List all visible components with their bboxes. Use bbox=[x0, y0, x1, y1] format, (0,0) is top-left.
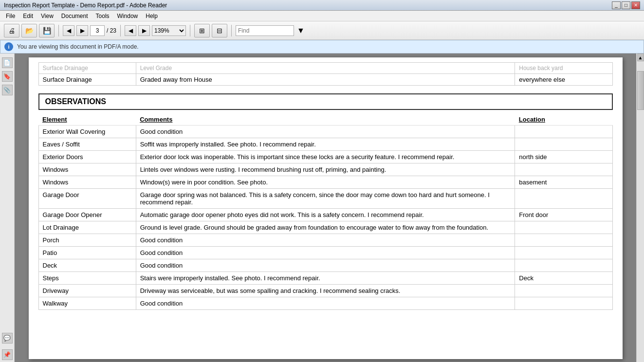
col-header-location: Location bbox=[515, 114, 612, 126]
obs-element-1: Eaves / Soffit bbox=[38, 138, 136, 151]
scroll-thumb[interactable] bbox=[637, 71, 644, 110]
menu-bar: File Edit View Document Tools Window Hel… bbox=[0, 11, 644, 21]
separator-1 bbox=[58, 25, 59, 36]
menu-tools[interactable]: Tools bbox=[92, 12, 113, 20]
obs-comment-3: Lintels over windows were rusting. I rec… bbox=[136, 163, 515, 176]
table-row: Garage Door OpenerAutomatic garage door … bbox=[38, 209, 612, 221]
table-row: WindowsWindow(s) were in poor condition.… bbox=[38, 176, 612, 189]
obs-element-8: Porch bbox=[38, 234, 136, 247]
summary-location-1: everywhere else bbox=[515, 74, 612, 86]
table-row: Exterior Wall CoveringGood condition bbox=[38, 126, 612, 138]
menu-window[interactable]: Window bbox=[113, 12, 142, 20]
find-input[interactable] bbox=[236, 25, 294, 36]
info-message: You are viewing this document in PDF/A m… bbox=[17, 43, 139, 50]
fit-page-button[interactable]: ⊞ bbox=[194, 24, 210, 37]
fit-width-button[interactable]: ⊟ bbox=[212, 24, 227, 37]
obs-comment-8: Good condition bbox=[136, 234, 515, 247]
open-button[interactable]: 📂 bbox=[21, 24, 37, 37]
table-row: PatioGood condition bbox=[38, 247, 612, 259]
scrollbar[interactable]: ▲ bbox=[636, 54, 644, 362]
info-icon: i bbox=[4, 42, 13, 51]
observations-header: OBSERVATIONS bbox=[38, 93, 613, 110]
main-area: 📄 🔖 📎 💬 📌 Surface Drainage Level Grade H… bbox=[0, 54, 644, 362]
table-row: WindowsLintels over windows were rusting… bbox=[38, 163, 612, 176]
close-button[interactable]: ✕ bbox=[631, 1, 640, 9]
obs-comment-12: Driveway was serviceable, but was some s… bbox=[136, 285, 515, 297]
separator-3 bbox=[190, 25, 190, 36]
page-nav: 3 / 23 bbox=[90, 25, 116, 36]
obs-comment-10: Good condition bbox=[136, 259, 515, 272]
sidebar-icon-attach[interactable]: 📎 bbox=[2, 85, 13, 95]
obs-element-0: Exterior Wall Covering bbox=[38, 126, 136, 138]
summary-element-faded: Surface Drainage bbox=[38, 63, 136, 74]
obs-comment-11: Stairs were improperly installed. See ph… bbox=[136, 272, 515, 285]
find-dropdown-icon[interactable]: ▼ bbox=[296, 25, 306, 36]
sidebar-icon-page[interactable]: 📄 bbox=[2, 57, 13, 68]
obs-location-10 bbox=[515, 259, 612, 272]
page-number-input[interactable]: 3 bbox=[90, 25, 105, 36]
summary-rating-faded: Level Grade bbox=[136, 63, 515, 74]
obs-location-5 bbox=[515, 189, 612, 209]
title-bar: Inspection Report Template - Demo Report… bbox=[0, 0, 644, 11]
obs-element-10: Deck bbox=[38, 259, 136, 272]
obs-element-4: Windows bbox=[38, 176, 136, 189]
table-row: Surface Drainage Graded away from House … bbox=[38, 74, 612, 86]
obs-element-13: Walkway bbox=[38, 297, 136, 310]
separator-4 bbox=[231, 25, 232, 36]
obs-comment-2: Exterior door lock was inoperable. This … bbox=[136, 151, 515, 163]
table-row: DeckGood condition bbox=[38, 259, 612, 272]
obs-location-4: basement bbox=[515, 176, 612, 189]
table-row: Surface Drainage Level Grade House back … bbox=[38, 63, 612, 74]
menu-edit[interactable]: Edit bbox=[19, 12, 37, 20]
obs-location-1 bbox=[515, 138, 612, 151]
obs-comment-0: Good condition bbox=[136, 126, 515, 138]
menu-help[interactable]: Help bbox=[142, 12, 162, 20]
table-header-row: Element Comments Location bbox=[38, 114, 612, 126]
info-bar: i You are viewing this document in PDF/A… bbox=[0, 40, 644, 54]
minimize-button[interactable]: _ bbox=[612, 1, 621, 9]
table-row: DrivewayDriveway was serviceable, but wa… bbox=[38, 285, 612, 297]
obs-comment-6: Automatic garage door opener photo eyes … bbox=[136, 209, 515, 221]
print-button[interactable]: 🖨 bbox=[4, 24, 19, 37]
scroll-up-button[interactable]: ▲ bbox=[637, 54, 644, 61]
sidebar-icon-comment[interactable]: 💬 bbox=[2, 333, 13, 344]
table-row: Eaves / SoffitSoffit was improperly inst… bbox=[38, 138, 612, 151]
obs-comment-1: Soffit was improperly installed. See pho… bbox=[136, 138, 515, 151]
sidebar-icon-bookmark[interactable]: 🔖 bbox=[2, 71, 13, 82]
col-header-element: Element bbox=[38, 114, 136, 126]
observations-table: Element Comments Location Exterior Wall … bbox=[38, 114, 613, 310]
toolbar: 🖨 📂 💾 ◀ ▶ 3 / 23 ◀ ▶ 139% 100% 75% 50% ⊞… bbox=[0, 21, 644, 40]
separator-2 bbox=[120, 25, 121, 36]
sidebar-icon-paperclip[interactable]: 📌 bbox=[2, 349, 13, 360]
obs-comment-4: Window(s) were in poor condition. See ph… bbox=[136, 176, 515, 189]
prev-page-button[interactable]: ◀ bbox=[63, 25, 74, 36]
zoom-out-button[interactable]: ◀ bbox=[125, 25, 136, 36]
zoom-in-button[interactable]: ▶ bbox=[138, 25, 150, 36]
obs-location-0 bbox=[515, 126, 612, 138]
table-row: WalkwayGood condition bbox=[38, 297, 612, 310]
obs-comment-13: Good condition bbox=[136, 297, 515, 310]
obs-location-2: north side bbox=[515, 151, 612, 163]
obs-comment-7: Ground is level grade. Ground should be … bbox=[136, 221, 515, 234]
next-page-button[interactable]: ▶ bbox=[76, 25, 88, 36]
maximize-button[interactable]: □ bbox=[622, 1, 630, 9]
obs-location-6: Front door bbox=[515, 209, 612, 221]
pdf-page: Surface Drainage Level Grade House back … bbox=[29, 57, 623, 359]
save-button[interactable]: 💾 bbox=[39, 24, 55, 37]
obs-comment-9: Good condition bbox=[136, 247, 515, 259]
obs-location-8 bbox=[515, 234, 612, 247]
menu-file[interactable]: File bbox=[2, 12, 19, 20]
obs-location-13 bbox=[515, 297, 612, 310]
menu-view[interactable]: View bbox=[37, 12, 57, 20]
obs-location-9 bbox=[515, 247, 612, 259]
obs-location-12 bbox=[515, 285, 612, 297]
obs-element-6: Garage Door Opener bbox=[38, 209, 136, 221]
obs-comment-5: Garage door spring was not balanced. Thi… bbox=[136, 189, 515, 209]
zoom-select[interactable]: 139% 100% 75% 50% bbox=[152, 25, 186, 36]
obs-element-3: Windows bbox=[38, 163, 136, 176]
menu-document[interactable]: Document bbox=[57, 12, 92, 20]
obs-element-2: Exterior Doors bbox=[38, 151, 136, 163]
observations-title: OBSERVATIONS bbox=[45, 97, 106, 106]
window-title: Inspection Report Template - Demo Report… bbox=[4, 2, 167, 9]
obs-element-7: Lot Drainage bbox=[38, 221, 136, 234]
